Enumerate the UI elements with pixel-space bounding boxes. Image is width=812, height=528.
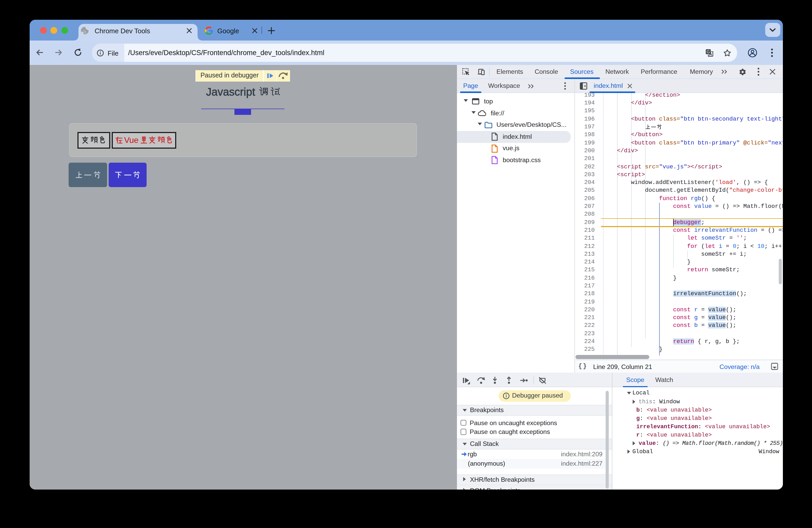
svg-text:G: G [707, 50, 710, 54]
